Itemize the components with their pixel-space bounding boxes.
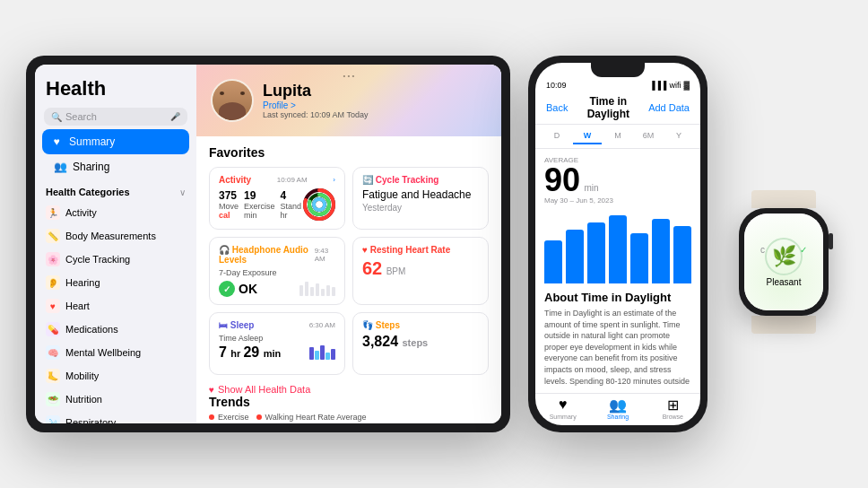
exp-bar-7 <box>332 287 335 296</box>
heart-rate-unit: BPM <box>386 266 406 276</box>
phone-value-row: 90 min <box>544 164 691 196</box>
chart-bar-1 <box>544 240 562 283</box>
browse-tab-icon: ⊞ <box>664 397 681 412</box>
exposure-bars <box>299 282 335 296</box>
trends-title: Trends <box>209 395 489 409</box>
sidebar-item-heart[interactable]: ♥ Heart <box>35 294 196 318</box>
profile-info: Lupita Profile > Last synced: 10:09 AM T… <box>263 82 487 119</box>
show-all-button[interactable]: ♥ Show All Health Data <box>209 384 489 395</box>
sleep-hr: hr <box>230 348 243 359</box>
tab-y[interactable]: Y <box>664 128 693 144</box>
sidebar-item-hearing[interactable]: 👂 Hearing <box>35 271 196 294</box>
watch-strap-bottom <box>751 316 816 334</box>
trend-exercise-label: Exercise <box>218 413 249 422</box>
watch-leaf-icon: 🌿 <box>772 245 796 268</box>
activity-rings <box>303 188 335 221</box>
bottom-tab-browse[interactable]: ⊞ Browse <box>646 397 700 420</box>
heart-rate-value-group: 62 BPM <box>362 258 405 279</box>
phone-tabs: D W M 6M Y <box>535 125 700 149</box>
chart-bar-2 <box>566 230 584 283</box>
profile-link[interactable]: Profile > <box>263 100 487 110</box>
sidebar-item-cycle[interactable]: 🌸 Cycle Tracking <box>35 248 196 271</box>
stand-unit: Stand <box>281 202 302 211</box>
sidebar-item-body[interactable]: 📏 Body Measurements <box>35 224 196 248</box>
favorites-grid: Activity 10:09 AM › 375 Move cal <box>209 167 489 375</box>
steps-value: 3,824 steps <box>362 334 479 350</box>
tablet-sidebar: Health 🔍 Search 🎤 ♥ Summary 👥 Sharing He… <box>35 65 196 423</box>
stand-hr: hr <box>281 211 288 220</box>
exercise-value: 19 <box>244 189 275 202</box>
move-value: 375 <box>219 189 239 202</box>
watch: c ✓ 🌿 Pleasant <box>725 190 842 334</box>
date-range: May 30 – Jun 5, 2023 <box>544 196 691 205</box>
daylight-value: 90 <box>544 161 580 198</box>
cycle-icon: 🔄 <box>362 175 376 185</box>
sleep-bars <box>309 345 335 360</box>
cycle-card[interactable]: 🔄 Cycle Tracking Fatigue and Headache Ye… <box>352 167 489 230</box>
categories-label: Health Categories <box>46 187 130 197</box>
watch-check-icon: ✓ <box>800 245 807 255</box>
sidebar-item-respiratory[interactable]: 🌬 Respiratory <box>35 411 196 423</box>
show-all-label: Show All Health Data <box>218 384 310 395</box>
headphone-title: 🎧 Headphone Audio Levels <box>219 245 315 265</box>
activity-card[interactable]: Activity 10:09 AM › 375 Move cal <box>209 167 345 230</box>
steps-title: 👣 Steps <box>362 320 400 330</box>
watch-screen: c ✓ 🌿 Pleasant <box>744 214 823 310</box>
tab-6m[interactable]: 6M <box>634 128 663 144</box>
cycle-title: 🔄 Cycle Tracking <box>362 175 438 185</box>
watch-mood-label: Pleasant <box>751 277 816 287</box>
browse-tab-label: Browse <box>663 414 683 420</box>
trend-dot-exercise <box>209 414 214 420</box>
exp-bar-1 <box>299 285 303 296</box>
activity-stats: 375 Move cal 19 Exercise min <box>219 189 301 220</box>
chart-bar-6 <box>652 219 670 283</box>
sidebar-nav-summary[interactable]: ♥ Summary <box>42 129 189 154</box>
sleep-card[interactable]: 🛏 Sleep 6:30 AM Time Asleep 7 hr <box>209 312 345 375</box>
back-button[interactable]: Back <box>546 102 568 113</box>
sidebar-item-nutrition[interactable]: 🥗 Nutrition <box>35 388 196 411</box>
heart-icon: ♥ <box>362 245 370 255</box>
sleep-time: 6:30 AM <box>309 321 335 329</box>
heart-rate-card[interactable]: ♥ Resting Heart Rate 62 BPM <box>352 237 489 305</box>
phone-bottom-tabs: ♥ Summary 👥 Sharing ⊞ Browse <box>535 393 700 425</box>
phone-time: 10:09 <box>546 81 567 90</box>
ok-text: OK <box>239 282 257 296</box>
headphone-icon: 🎧 <box>219 245 232 255</box>
watch-circle: 🌿 <box>765 238 803 275</box>
phone-content: AVERAGE 90 min May 30 – Jun 5, 2023 Abou… <box>535 149 700 393</box>
sidebar-item-medications[interactable]: 💊 Medications <box>35 318 196 341</box>
heart-rate-title: ♥ Resting Heart Rate <box>362 245 450 255</box>
tab-w[interactable]: W <box>573 128 602 144</box>
exp-bar-6 <box>326 285 330 296</box>
bottom-tab-summary[interactable]: ♥ Summary <box>535 397 590 420</box>
tablet: Health 🔍 Search 🎤 ♥ Summary 👥 Sharing He… <box>26 56 510 432</box>
daylight-chart <box>544 212 691 283</box>
sidebar-item-mental[interactable]: 🧠 Mental Wellbeing <box>35 341 196 364</box>
headphone-card[interactable]: 🎧 Headphone Audio Levels 9:43 AM 7-Day E… <box>209 237 345 305</box>
activity-title: Activity <box>219 175 251 185</box>
tab-m[interactable]: M <box>603 128 632 144</box>
watch-crown <box>829 233 833 249</box>
search-bar[interactable]: 🔍 Search 🎤 <box>44 108 187 126</box>
wifi-icon: wifi <box>669 81 681 90</box>
sleep-subtitle: Time Asleep <box>219 334 335 343</box>
sharing-label: Sharing <box>73 161 109 173</box>
chart-bar-3 <box>587 222 605 283</box>
tab-d[interactable]: D <box>542 128 571 144</box>
sidebar-nav-sharing[interactable]: 👥 Sharing <box>42 154 189 179</box>
steps-card[interactable]: 👣 Steps 3,824 steps <box>352 312 489 375</box>
phone-header: Back Time in Daylight Add Data <box>535 92 700 125</box>
favorites-title: Favorites <box>209 145 489 160</box>
daylight-unit: min <box>585 183 599 193</box>
bottom-tab-sharing[interactable]: 👥 Sharing <box>590 397 645 420</box>
watch-c-indicator: c <box>760 245 765 255</box>
sleep-title: 🛏 Sleep <box>219 320 254 330</box>
sleep-icon: 🛏 <box>219 320 230 330</box>
sharing-tab-label: Sharing <box>607 414 629 420</box>
sidebar-title: Health <box>46 77 186 100</box>
sidebar-item-mobility[interactable]: 🦶 Mobility <box>35 364 196 388</box>
sidebar-item-activity[interactable]: 🏃 Activity <box>35 201 196 224</box>
chart-bar-4 <box>609 215 627 283</box>
add-data-button[interactable]: Add Data <box>648 102 690 113</box>
cycle-date: Yesterday <box>362 203 479 213</box>
